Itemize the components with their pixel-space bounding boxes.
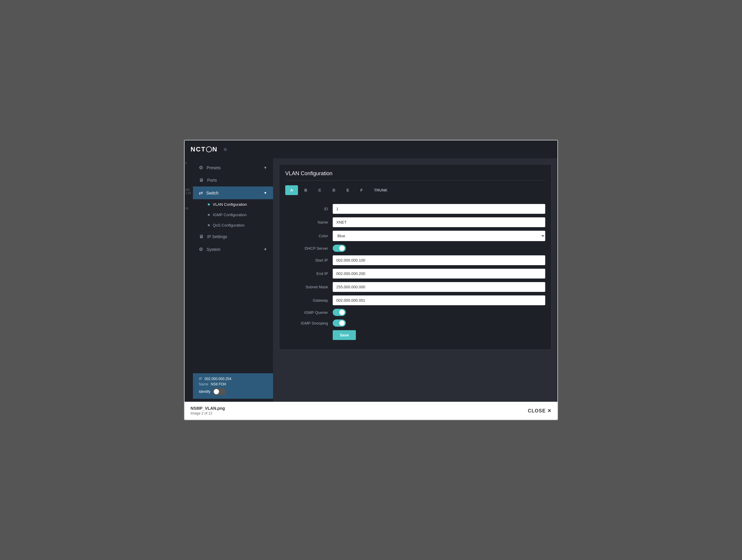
logo-c: C	[196, 146, 201, 153]
igmp-snooping-row: IGMP Snooping	[285, 319, 545, 326]
logo-text: N	[191, 146, 196, 153]
start-ip-label: Start IP	[285, 258, 333, 262]
gateway-row: Gateway	[285, 296, 545, 305]
identify-label: Identify	[199, 390, 210, 394]
save-row: Save	[285, 330, 545, 340]
vlan-panel: VLAN Configuration A B C D E F TRUNK	[279, 164, 551, 350]
switch-icon: ⇄	[199, 190, 203, 196]
ip-settings-icon: 🖥	[199, 234, 204, 239]
dhcp-toggle-slider	[333, 245, 346, 252]
sidebar-item-ports-label: Ports	[207, 178, 217, 183]
sidebar-sub-label-vlan: VLAN Configuration	[213, 202, 247, 207]
chevron-down-icon-switch: ▼	[264, 191, 267, 195]
sidebar-sub-item-igmp[interactable]: IGMP Configuration	[193, 210, 273, 220]
save-button[interactable]: Save	[333, 330, 356, 340]
igmp-snooping-toggle[interactable]	[333, 319, 346, 326]
sidebar-item-ports[interactable]: 🖥 Ports	[193, 174, 273, 187]
monitor-icon: 🖥	[199, 177, 204, 183]
tab-A[interactable]: A	[285, 185, 298, 195]
left-partial-panel: e AM 1:49 ter	[184, 158, 193, 402]
header: NCTN ≡	[184, 141, 558, 158]
close-button[interactable]: CLOSE ✕	[528, 408, 551, 414]
main-window: NCTN ≡ e AM 1:49 ter ⚙ Presets ▼	[184, 140, 558, 420]
partial-text-ter: ter	[185, 207, 192, 210]
end-ip-input[interactable]	[333, 269, 545, 278]
dot-icon-vlan	[208, 203, 210, 205]
logo-t: T	[201, 146, 206, 153]
tab-F[interactable]: F	[355, 185, 368, 195]
end-ip-label: End IP	[285, 271, 333, 276]
dhcp-toggle[interactable]	[333, 245, 346, 252]
id-row: ID	[285, 204, 545, 214]
gateway-input[interactable]	[333, 296, 545, 305]
panel-title: VLAN Configuration	[285, 170, 545, 181]
subnet-mask-label: Subnet Mask	[285, 285, 333, 289]
name-row: Name	[285, 217, 545, 227]
dot-icon-igmp	[208, 214, 210, 216]
color-row: Color Blue Red Green Yellow Purple Orang…	[285, 231, 545, 241]
id-label: ID	[285, 207, 333, 211]
main-content: VLAN Configuration A B C D E F TRUNK	[273, 158, 558, 402]
name-label: Name	[199, 382, 208, 386]
sidebar-sub-label-qos: QoS Configuration	[213, 223, 245, 227]
subnet-mask-input[interactable]	[333, 282, 545, 292]
name-input[interactable]	[333, 217, 545, 227]
ip-value: 002.000.000.254	[205, 377, 231, 381]
name-value: NS8 FOH	[211, 382, 226, 386]
sidebar-item-presets[interactable]: ⚙ Presets ▼	[193, 161, 273, 174]
logo-circle-icon	[206, 146, 212, 152]
sidebar-item-switch[interactable]: ⇄ Switch ▼	[193, 187, 273, 199]
sidebar-item-presets-label: Presets	[207, 165, 220, 170]
id-input[interactable]	[333, 204, 545, 214]
sidebar-sub-item-qos[interactable]: QoS Configuration	[193, 220, 273, 231]
chevron-down-icon-system: ▼	[264, 247, 267, 252]
footer-file-info: NS8IP_VLAN.png Image 2 of 12	[191, 406, 225, 415]
igmp-querier-toggle[interactable]	[333, 309, 346, 316]
sidebar-item-system[interactable]: ⚙ System ▼	[193, 243, 273, 256]
partial-time1: AM	[185, 188, 192, 192]
tab-bar: A B C D E F TRUNK	[285, 185, 545, 195]
sidebar-item-system-label: System	[207, 247, 220, 252]
sidebar-sub-label-igmp: IGMP Configuration	[213, 213, 247, 217]
tab-TRUNK[interactable]: TRUNK	[369, 185, 393, 195]
partial-time2: 1:49	[185, 192, 192, 195]
start-ip-row: Start IP	[285, 255, 545, 265]
name-label: Name	[285, 220, 333, 224]
end-ip-row: End IP	[285, 269, 545, 278]
igmp-snooping-label: IGMP Snooping	[285, 321, 333, 325]
logo-n2: N	[212, 146, 218, 153]
start-ip-input[interactable]	[333, 255, 545, 265]
tab-D[interactable]: D	[327, 185, 340, 195]
partial-text-e: e	[185, 161, 192, 164]
dhcp-row: DHCP Server	[285, 245, 545, 252]
tab-C[interactable]: C	[313, 185, 326, 195]
dhcp-label: DHCP Server	[285, 246, 333, 251]
subnet-mask-row: Subnet Mask	[285, 282, 545, 292]
gear-icon: ⚙	[199, 165, 203, 170]
footer-page-info: Image 2 of 12	[191, 411, 225, 415]
sidebar-item-ip-settings-label: IP Settings	[207, 234, 227, 239]
igmp-snooping-toggle-slider	[333, 319, 346, 326]
identify-toggle-slider	[213, 388, 226, 395]
tab-E[interactable]: E	[341, 185, 354, 195]
gateway-label: Gateway	[285, 298, 333, 303]
tab-B[interactable]: B	[299, 185, 312, 195]
menu-icon[interactable]: ≡	[223, 146, 227, 153]
chevron-down-icon: ▼	[264, 166, 267, 170]
identify-toggle[interactable]	[213, 388, 226, 395]
logo: NCTN	[191, 146, 218, 153]
dot-icon-qos	[208, 224, 210, 226]
sidebar-sub-item-vlan[interactable]: VLAN Configuration	[193, 199, 273, 210]
igmp-querier-label: IGMP Querier	[285, 310, 333, 315]
sidebar-item-switch-label: Switch	[206, 191, 218, 195]
device-info: IP 002.000.000.254 Name NS8 FOH Identify	[193, 373, 273, 399]
ip-label: IP	[199, 377, 202, 381]
footer-filename: NS8IP_VLAN.png	[191, 406, 225, 411]
system-gear-icon: ⚙	[199, 247, 203, 252]
sidebar-item-ip-settings[interactable]: 🖥 IP Settings	[193, 231, 273, 243]
igmp-querier-toggle-slider	[333, 309, 346, 316]
footer-bar: NS8IP_VLAN.png Image 2 of 12 CLOSE ✕	[184, 402, 558, 419]
igmp-querier-row: IGMP Querier	[285, 309, 545, 316]
color-label: Color	[285, 234, 333, 238]
color-select[interactable]: Blue Red Green Yellow Purple Orange	[333, 231, 545, 241]
